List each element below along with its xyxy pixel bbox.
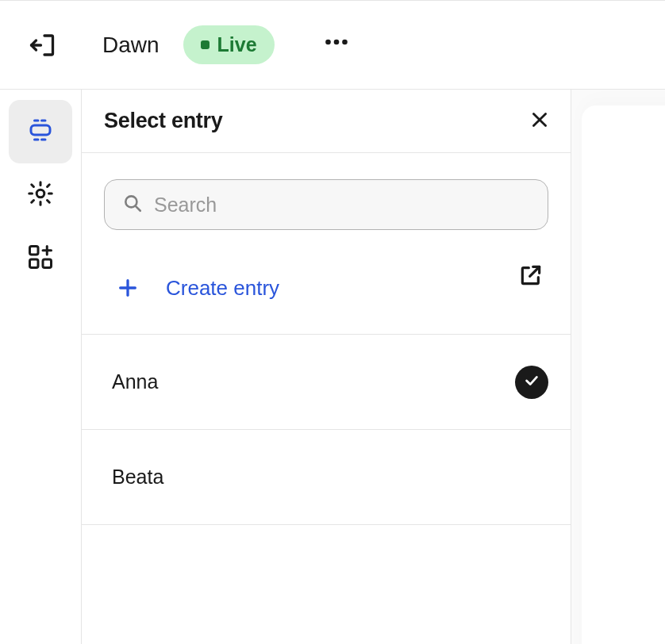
svg-point-1 bbox=[333, 40, 339, 45]
svg-point-4 bbox=[37, 190, 44, 197]
svg-point-2 bbox=[342, 40, 348, 45]
select-entry-panel: Select entry bbox=[81, 90, 571, 644]
top-bar: Dawn Live bbox=[0, 0, 665, 90]
close-icon bbox=[529, 119, 550, 132]
entry-item[interactable]: Anna bbox=[82, 335, 571, 430]
create-entry-button[interactable]: Create entry bbox=[104, 256, 548, 334]
plus-icon bbox=[104, 277, 152, 299]
rail-item-sections[interactable] bbox=[9, 100, 72, 163]
search-section: Create entry bbox=[82, 153, 571, 335]
check-icon bbox=[523, 372, 540, 393]
exit-icon[interactable] bbox=[28, 31, 56, 59]
sections-icon bbox=[26, 116, 55, 148]
side-rail bbox=[0, 90, 81, 644]
apps-add-icon bbox=[26, 243, 55, 274]
body-layout: Select entry bbox=[0, 90, 665, 644]
status-badge: Live bbox=[183, 25, 275, 64]
panel-title: Select entry bbox=[104, 109, 222, 133]
status-dot-icon bbox=[201, 40, 209, 49]
svg-point-0 bbox=[325, 40, 331, 45]
rail-item-apps[interactable] bbox=[9, 227, 72, 290]
search-icon bbox=[122, 193, 143, 217]
site-name: Dawn bbox=[102, 33, 160, 58]
right-card bbox=[582, 105, 665, 644]
svg-rect-3 bbox=[31, 125, 50, 135]
open-external-button[interactable] bbox=[518, 263, 544, 291]
gear-icon bbox=[26, 179, 55, 211]
entry-item[interactable]: Beata bbox=[82, 430, 571, 525]
status-label: Live bbox=[217, 33, 257, 56]
selected-indicator bbox=[515, 366, 548, 399]
svg-point-8 bbox=[125, 196, 136, 207]
create-entry-label: Create entry bbox=[166, 276, 279, 301]
panel-header: Select entry bbox=[82, 90, 571, 153]
close-button[interactable] bbox=[529, 109, 550, 133]
entry-name: Anna bbox=[112, 370, 158, 393]
svg-rect-5 bbox=[30, 247, 39, 255]
external-link-icon bbox=[518, 277, 544, 290]
right-column bbox=[571, 90, 665, 644]
rail-item-settings[interactable] bbox=[9, 163, 72, 227]
entry-name: Beata bbox=[112, 466, 163, 489]
svg-rect-6 bbox=[30, 259, 39, 268]
search-box[interactable] bbox=[104, 179, 548, 230]
more-menu-button[interactable] bbox=[322, 28, 351, 62]
search-input[interactable] bbox=[154, 194, 530, 217]
svg-rect-7 bbox=[43, 259, 52, 268]
